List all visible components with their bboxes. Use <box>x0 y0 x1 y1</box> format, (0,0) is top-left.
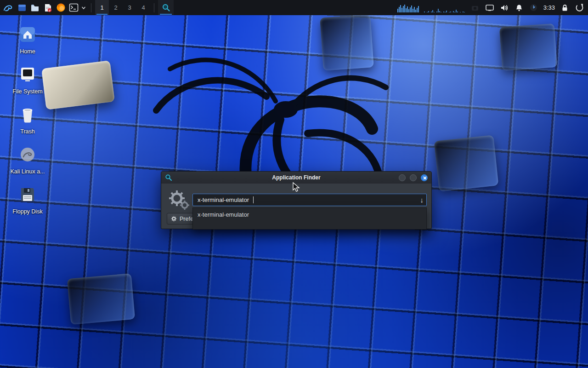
desktop-icon-label: Home <box>20 48 35 55</box>
terminal-icon <box>69 3 79 12</box>
titlebar[interactable]: Application Finder <box>161 172 431 184</box>
update-status-icon[interactable] <box>529 3 539 13</box>
workspace-2[interactable]: 2 <box>109 0 123 15</box>
preferences-gear-icon <box>171 216 177 222</box>
application-finder-window-icon <box>165 174 172 181</box>
panel-separator <box>91 3 91 12</box>
wallpaper-cube <box>434 135 499 192</box>
panel-right: 3:33 <box>397 0 588 15</box>
file-manager-launcher[interactable] <box>16 0 28 15</box>
folder-icon <box>30 3 40 12</box>
text-caret <box>253 196 254 203</box>
top-panel: 1 2 3 4 <box>0 0 588 15</box>
firefox-icon <box>56 3 66 12</box>
wallpaper-cube <box>499 23 557 71</box>
terminal-dropdown-button[interactable] <box>80 0 87 15</box>
workspace-3[interactable]: 3 <box>123 0 136 15</box>
firefox-launcher[interactable] <box>54 0 67 15</box>
terminal-launcher[interactable] <box>67 0 80 15</box>
files-launcher[interactable] <box>28 0 41 15</box>
panel-clock[interactable]: 3:33 <box>543 4 555 11</box>
trash-icon <box>18 105 37 124</box>
kali-docs-icon <box>18 145 37 164</box>
desktop-screen: 1 2 3 4 <box>0 0 588 368</box>
text-editor-icon <box>43 3 52 12</box>
desktop-icon-file-system[interactable]: File System <box>6 65 49 95</box>
taskbar-application-finder[interactable] <box>158 0 174 15</box>
desktop-icon-trash[interactable]: Trash <box>6 105 49 135</box>
finder-body: x-terminal-emulator ↓ Preferences x-term… <box>161 184 431 230</box>
application-finder-window: Application Finder x- <box>161 171 432 229</box>
workspace-1[interactable]: 1 <box>95 0 109 15</box>
command-input[interactable]: x-terminal-emulator ↓ <box>192 194 427 206</box>
minimize-button[interactable] <box>399 174 406 181</box>
completion-popup: x-terminal-emulator <box>192 207 427 230</box>
window-title: Application Finder <box>161 174 431 181</box>
floppy-disk-icon <box>18 185 37 204</box>
maximize-button[interactable] <box>410 174 417 181</box>
wallpaper-cube <box>67 273 135 325</box>
desktop-icon-floppy-disk[interactable]: Floppy Disk <box>6 185 49 215</box>
wallpaper-cube <box>41 60 115 110</box>
notifications-bell-icon[interactable] <box>514 3 524 13</box>
desktop-icon-label: Floppy Disk <box>12 208 42 215</box>
desktop-icon-label: Kali Linux a... <box>10 168 45 175</box>
application-finder-task-icon <box>162 3 170 12</box>
home-icon <box>18 25 37 44</box>
applications-menu-button[interactable] <box>0 0 16 15</box>
chevron-down-icon <box>81 6 86 10</box>
kali-menu-icon <box>2 2 13 13</box>
tray-camera-icon[interactable] <box>470 3 480 13</box>
input-dropdown-arrow-icon[interactable]: ↓ <box>420 196 424 203</box>
window-buttons <box>399 174 428 181</box>
volume-icon[interactable] <box>499 3 509 13</box>
application-gears-icon <box>168 188 190 210</box>
panel-left: 1 2 3 4 <box>0 0 174 15</box>
close-button[interactable] <box>421 174 428 181</box>
workspace-4[interactable]: 4 <box>136 0 150 15</box>
panel-separator <box>154 3 154 12</box>
tray-display-icon[interactable] <box>485 3 495 13</box>
desktop-icon-label: Trash <box>20 128 35 135</box>
command-input-value: x-terminal-emulator <box>198 196 249 203</box>
desktop-icon-home[interactable]: Home <box>6 25 49 55</box>
logout-icon[interactable] <box>574 3 584 13</box>
desktop-icon-label: File System <box>12 88 42 95</box>
cpu-graph[interactable] <box>397 3 419 12</box>
desktop-icon-list: Home File System Trash Kali Linux a... F… <box>6 25 49 215</box>
desktop-icon-kali-docs[interactable]: Kali Linux a... <box>6 145 49 175</box>
file-manager-icon <box>17 3 27 12</box>
completion-item[interactable]: x-terminal-emulator <box>193 208 426 221</box>
text-editor-launcher[interactable] <box>41 0 54 15</box>
file-system-icon <box>18 65 37 84</box>
lock-screen-icon[interactable] <box>560 3 570 13</box>
network-graph[interactable] <box>424 3 465 12</box>
